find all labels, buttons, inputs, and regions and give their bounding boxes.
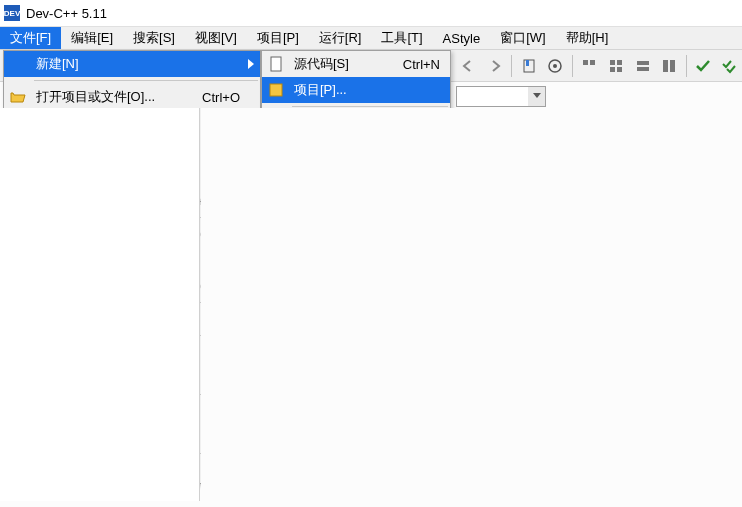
menu-file[interactable]: 文件[F]	[0, 27, 61, 49]
svg-point-3	[553, 64, 557, 68]
svg-rect-13	[670, 60, 675, 72]
titlebar: DEV Dev-C++ 5.11	[0, 0, 742, 26]
svg-rect-10	[637, 61, 649, 65]
toolbar-sep	[686, 55, 687, 77]
toolbar-back-icon[interactable]	[456, 53, 481, 79]
svg-rect-1	[526, 60, 529, 66]
menu-open-label: 打开项目或文件[O]...	[32, 88, 202, 106]
svg-rect-4	[583, 60, 588, 65]
toolbar-bookmark-icon[interactable]	[516, 53, 541, 79]
folder-open-icon	[4, 89, 32, 105]
menu-open[interactable]: 打开项目或文件[O]... Ctrl+O	[4, 84, 260, 110]
app-title: Dev-C++ 5.11	[26, 6, 107, 21]
combo-box[interactable]	[456, 86, 546, 107]
project-icon	[262, 82, 290, 98]
svg-rect-11	[637, 67, 649, 71]
toolbar-sep	[511, 55, 512, 77]
toolbar-grid3-icon[interactable]	[630, 53, 655, 79]
sidebar-panel	[0, 108, 200, 501]
menu-help[interactable]: 帮助[H]	[556, 27, 619, 49]
submenu-arrow-icon	[248, 59, 254, 69]
toolbar-sep	[572, 55, 573, 77]
submenu-source-shortcut: Ctrl+N	[403, 57, 450, 72]
toolbar-forward-icon[interactable]	[483, 53, 508, 79]
toolbar-grid2-icon[interactable]	[603, 53, 628, 79]
menu-search[interactable]: 搜索[S]	[123, 27, 185, 49]
menu-run[interactable]: 运行[R]	[309, 27, 372, 49]
svg-rect-6	[610, 60, 615, 65]
submenu-source[interactable]: 源代码[S] Ctrl+N	[262, 51, 450, 77]
editor-area	[201, 108, 742, 507]
menu-new-label: 新建[N]	[32, 55, 260, 73]
menubar: 文件[F] 编辑[E] 搜索[S] 视图[V] 项目[P] 运行[R] 工具[T…	[0, 26, 742, 50]
svg-rect-5	[590, 60, 595, 65]
svg-rect-21	[271, 57, 281, 71]
toolbar-checkall-icon[interactable]	[717, 53, 742, 79]
app-icon: DEV	[4, 5, 20, 21]
menu-astyle[interactable]: AStyle	[433, 27, 491, 49]
menu-tools[interactable]: 工具[T]	[371, 27, 432, 49]
menu-separator	[34, 80, 258, 81]
menu-view[interactable]: 视图[V]	[185, 27, 247, 49]
chevron-down-icon	[528, 87, 545, 106]
menu-separator	[292, 106, 448, 107]
svg-rect-22	[270, 84, 282, 96]
svg-rect-12	[663, 60, 668, 72]
svg-rect-8	[610, 67, 615, 72]
submenu-project-label: 项目[P]...	[290, 81, 450, 99]
menu-open-shortcut: Ctrl+O	[202, 90, 260, 105]
menu-edit[interactable]: 编辑[E]	[61, 27, 123, 49]
svg-rect-9	[617, 67, 622, 72]
toolbar-grid1-icon[interactable]	[577, 53, 602, 79]
submenu-source-label: 源代码[S]	[290, 55, 403, 73]
source-file-icon	[262, 56, 290, 72]
menu-new[interactable]: 新建[N]	[4, 51, 260, 77]
menu-window[interactable]: 窗口[W]	[490, 27, 556, 49]
submenu-project[interactable]: 项目[P]...	[262, 77, 450, 103]
toolbar-grid4-icon[interactable]	[657, 53, 682, 79]
svg-rect-7	[617, 60, 622, 65]
menu-project[interactable]: 项目[P]	[247, 27, 309, 49]
toolbar-check-icon[interactable]	[691, 53, 716, 79]
toolbar-goto-icon[interactable]	[543, 53, 568, 79]
